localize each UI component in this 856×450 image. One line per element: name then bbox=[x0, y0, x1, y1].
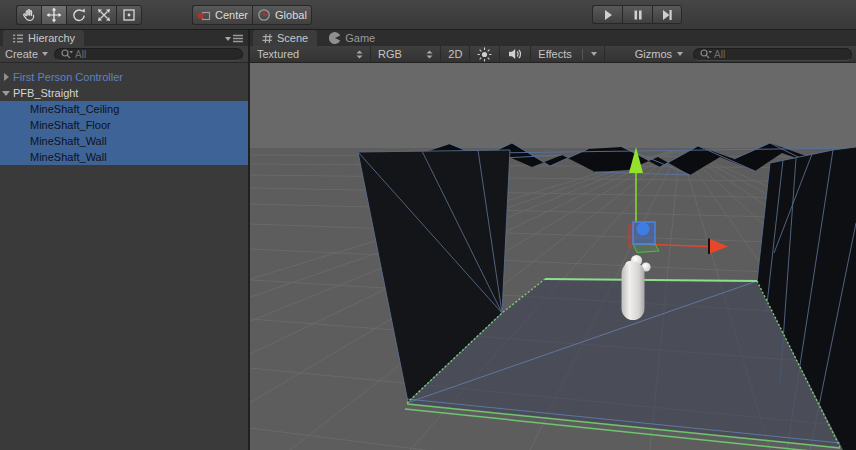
hierarchy-list: First Person Controller PFB_Straight Min… bbox=[0, 63, 248, 450]
pause-icon bbox=[629, 6, 647, 24]
hierarchy-panel-menu-button[interactable] bbox=[225, 34, 243, 43]
hierarchy-item[interactable]: MineShaft_Ceiling bbox=[0, 101, 248, 117]
separator bbox=[582, 49, 583, 60]
pivot-global-icon bbox=[257, 8, 271, 22]
hierarchy-toolbar: Create bbox=[0, 46, 248, 63]
expand-expanded-icon[interactable] bbox=[2, 91, 10, 96]
rotate-tool-button[interactable] bbox=[66, 5, 91, 25]
hierarchy-item[interactable]: PFB_Straight bbox=[0, 85, 248, 101]
hierarchy-tabbar: Hierarchy bbox=[0, 30, 248, 46]
hand-tool-button[interactable] bbox=[16, 5, 41, 25]
effects-dropdown[interactable]: Effects bbox=[531, 46, 604, 62]
pivot-center-label: Center bbox=[215, 9, 248, 21]
hierarchy-item[interactable]: First Person Controller bbox=[0, 69, 248, 85]
game-pacman-icon bbox=[329, 32, 341, 44]
scene-view-toolbar: Textured RGB 2D bbox=[250, 46, 856, 63]
audio-toggle-button[interactable] bbox=[500, 46, 531, 62]
play-icon bbox=[599, 6, 617, 24]
hierarchy-panel: Hierarchy Create bbox=[0, 30, 250, 450]
rect-tool-icon bbox=[121, 7, 137, 23]
hierarchy-item-label: PFB_Straight bbox=[13, 87, 78, 99]
pivot-toggle-group: Center Global bbox=[192, 5, 312, 25]
rotate-icon bbox=[71, 7, 87, 23]
transform-tools-group bbox=[16, 5, 142, 25]
gizmos-dropdown[interactable]: Gizmos bbox=[629, 46, 689, 62]
hierarchy-item-label: MineShaft_Wall bbox=[30, 135, 107, 147]
rect-tool-button[interactable] bbox=[116, 5, 142, 25]
render-channel-value: RGB bbox=[378, 48, 402, 60]
scene-panel: Scene Game Textured bbox=[250, 30, 856, 450]
gizmos-label: Gizmos bbox=[635, 48, 672, 60]
hierarchy-item[interactable]: MineShaft_Wall bbox=[0, 149, 248, 165]
shading-mode-dropdown[interactable]: Textured bbox=[250, 46, 371, 62]
scene-viewport[interactable] bbox=[250, 63, 856, 450]
hierarchy-item[interactable]: MineShaft_Floor bbox=[0, 117, 248, 133]
search-icon bbox=[60, 48, 73, 60]
main-toolbar: Center Global bbox=[0, 0, 856, 30]
playback-group bbox=[592, 5, 682, 24]
hand-icon bbox=[21, 7, 37, 23]
scene-tabbar: Scene Game bbox=[250, 30, 856, 46]
scale-icon bbox=[96, 7, 112, 23]
hierarchy-item-label: MineShaft_Ceiling bbox=[30, 103, 119, 115]
scene-grid-icon bbox=[262, 33, 273, 44]
step-icon bbox=[658, 6, 676, 24]
2d-toggle-button[interactable]: 2D bbox=[441, 46, 470, 62]
render-channel-dropdown[interactable]: RGB bbox=[371, 46, 441, 62]
updown-arrows-icon bbox=[356, 50, 363, 59]
create-label: Create bbox=[5, 48, 38, 60]
unity-editor-window: Center Global bbox=[0, 0, 856, 450]
hierarchy-search-box[interactable] bbox=[54, 48, 243, 61]
pivot-center-button[interactable]: Center bbox=[192, 5, 252, 25]
hierarchy-item-label: First Person Controller bbox=[13, 71, 123, 83]
scale-tool-button[interactable] bbox=[91, 5, 116, 25]
toolbar-spacer bbox=[605, 46, 629, 62]
scene-3d-render[interactable] bbox=[250, 63, 856, 450]
hierarchy-item[interactable]: MineShaft_Wall bbox=[0, 133, 248, 149]
pivot-center-icon bbox=[197, 9, 211, 22]
chevron-down-icon bbox=[677, 52, 683, 56]
effects-label: Effects bbox=[538, 48, 571, 60]
gizmo-xz-plane-handle[interactable] bbox=[633, 244, 659, 253]
hierarchy-search-input[interactable] bbox=[75, 49, 237, 60]
expand-collapsed-icon[interactable] bbox=[4, 73, 9, 81]
2d-toggle-label: 2D bbox=[448, 48, 462, 60]
speaker-icon bbox=[507, 47, 523, 61]
chevron-down-icon bbox=[591, 52, 597, 56]
pivot-global-label: Global bbox=[275, 9, 307, 21]
pause-button[interactable] bbox=[622, 5, 652, 24]
move-tool-button[interactable] bbox=[41, 5, 66, 25]
tab-hierarchy[interactable]: Hierarchy bbox=[3, 30, 84, 46]
hierarchy-tab-label: Hierarchy bbox=[28, 32, 75, 44]
tab-game[interactable]: Game bbox=[320, 30, 384, 46]
updown-arrows-icon bbox=[426, 50, 433, 59]
play-button[interactable] bbox=[592, 5, 622, 24]
scene-search-input[interactable] bbox=[714, 49, 846, 60]
pivot-global-button[interactable]: Global bbox=[252, 5, 312, 25]
hierarchy-list-icon bbox=[12, 33, 24, 44]
chevron-down-icon bbox=[225, 37, 231, 41]
create-button[interactable]: Create bbox=[5, 48, 48, 60]
chevron-down-icon bbox=[42, 52, 48, 56]
shading-mode-value: Textured bbox=[257, 48, 299, 60]
scene-search-box[interactable] bbox=[693, 48, 852, 61]
gizmo-z-axis-ball[interactable] bbox=[637, 223, 650, 236]
move-icon bbox=[46, 7, 62, 23]
game-tab-label: Game bbox=[345, 32, 375, 44]
tab-scene[interactable]: Scene bbox=[253, 30, 317, 46]
menu-lines-icon bbox=[233, 34, 243, 43]
hierarchy-item-label: MineShaft_Wall bbox=[30, 151, 107, 163]
hierarchy-item-label: MineShaft_Floor bbox=[30, 119, 111, 131]
step-button[interactable] bbox=[652, 5, 682, 24]
sun-icon bbox=[477, 47, 492, 62]
lighting-toggle-button[interactable] bbox=[470, 46, 500, 62]
scene-tab-label: Scene bbox=[277, 32, 308, 44]
search-icon bbox=[699, 48, 712, 60]
